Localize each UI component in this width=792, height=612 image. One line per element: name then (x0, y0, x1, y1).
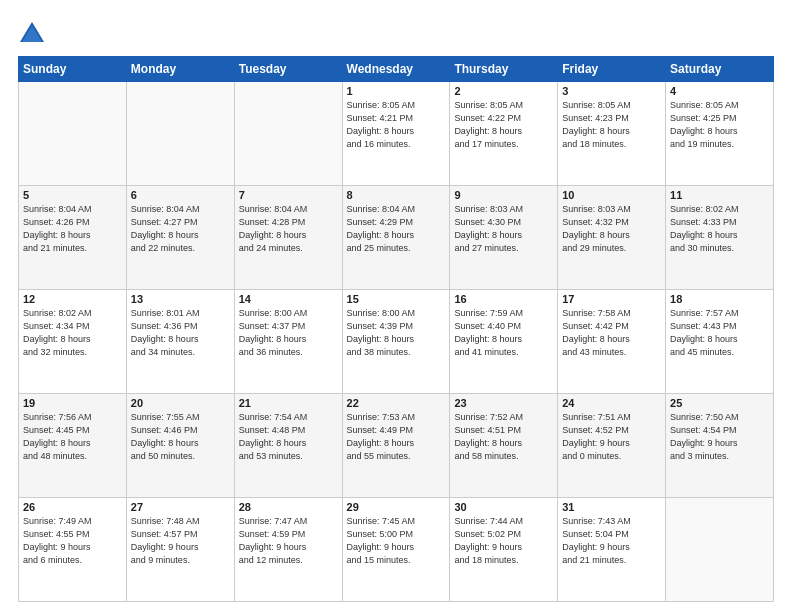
day-info: Sunrise: 8:02 AM Sunset: 4:33 PM Dayligh… (670, 203, 769, 255)
day-number: 10 (562, 189, 661, 201)
day-number: 4 (670, 85, 769, 97)
day-info: Sunrise: 7:58 AM Sunset: 4:42 PM Dayligh… (562, 307, 661, 359)
day-number: 12 (23, 293, 122, 305)
calendar-cell: 3Sunrise: 8:05 AM Sunset: 4:23 PM Daylig… (558, 82, 666, 186)
day-number: 2 (454, 85, 553, 97)
calendar-cell: 24Sunrise: 7:51 AM Sunset: 4:52 PM Dayli… (558, 394, 666, 498)
day-number: 24 (562, 397, 661, 409)
calendar-cell: 7Sunrise: 8:04 AM Sunset: 4:28 PM Daylig… (234, 186, 342, 290)
day-of-week-header: Sunday (19, 57, 127, 82)
day-number: 21 (239, 397, 338, 409)
day-of-week-header: Monday (126, 57, 234, 82)
day-info: Sunrise: 7:48 AM Sunset: 4:57 PM Dayligh… (131, 515, 230, 567)
calendar-cell: 28Sunrise: 7:47 AM Sunset: 4:59 PM Dayli… (234, 498, 342, 602)
calendar-cell: 23Sunrise: 7:52 AM Sunset: 4:51 PM Dayli… (450, 394, 558, 498)
day-number: 23 (454, 397, 553, 409)
day-number: 31 (562, 501, 661, 513)
calendar-cell: 30Sunrise: 7:44 AM Sunset: 5:02 PM Dayli… (450, 498, 558, 602)
day-info: Sunrise: 7:59 AM Sunset: 4:40 PM Dayligh… (454, 307, 553, 359)
calendar-cell: 18Sunrise: 7:57 AM Sunset: 4:43 PM Dayli… (666, 290, 774, 394)
day-number: 6 (131, 189, 230, 201)
day-number: 9 (454, 189, 553, 201)
day-info: Sunrise: 7:43 AM Sunset: 5:04 PM Dayligh… (562, 515, 661, 567)
day-info: Sunrise: 7:45 AM Sunset: 5:00 PM Dayligh… (347, 515, 446, 567)
day-number: 27 (131, 501, 230, 513)
calendar-week-row: 12Sunrise: 8:02 AM Sunset: 4:34 PM Dayli… (19, 290, 774, 394)
calendar-cell: 20Sunrise: 7:55 AM Sunset: 4:46 PM Dayli… (126, 394, 234, 498)
calendar-cell: 11Sunrise: 8:02 AM Sunset: 4:33 PM Dayli… (666, 186, 774, 290)
calendar-cell: 10Sunrise: 8:03 AM Sunset: 4:32 PM Dayli… (558, 186, 666, 290)
day-of-week-header: Wednesday (342, 57, 450, 82)
calendar-cell: 14Sunrise: 8:00 AM Sunset: 4:37 PM Dayli… (234, 290, 342, 394)
day-number: 7 (239, 189, 338, 201)
day-number: 20 (131, 397, 230, 409)
calendar-cell: 31Sunrise: 7:43 AM Sunset: 5:04 PM Dayli… (558, 498, 666, 602)
calendar-cell: 1Sunrise: 8:05 AM Sunset: 4:21 PM Daylig… (342, 82, 450, 186)
day-number: 3 (562, 85, 661, 97)
calendar-cell: 27Sunrise: 7:48 AM Sunset: 4:57 PM Dayli… (126, 498, 234, 602)
day-number: 13 (131, 293, 230, 305)
day-info: Sunrise: 8:04 AM Sunset: 4:26 PM Dayligh… (23, 203, 122, 255)
day-number: 26 (23, 501, 122, 513)
day-info: Sunrise: 7:47 AM Sunset: 4:59 PM Dayligh… (239, 515, 338, 567)
day-number: 14 (239, 293, 338, 305)
calendar-cell: 17Sunrise: 7:58 AM Sunset: 4:42 PM Dayli… (558, 290, 666, 394)
calendar-cell: 21Sunrise: 7:54 AM Sunset: 4:48 PM Dayli… (234, 394, 342, 498)
day-number: 29 (347, 501, 446, 513)
calendar-cell (234, 82, 342, 186)
calendar-table: SundayMondayTuesdayWednesdayThursdayFrid… (18, 56, 774, 602)
calendar-cell (19, 82, 127, 186)
calendar-cell: 25Sunrise: 7:50 AM Sunset: 4:54 PM Dayli… (666, 394, 774, 498)
day-number: 8 (347, 189, 446, 201)
day-info: Sunrise: 8:05 AM Sunset: 4:22 PM Dayligh… (454, 99, 553, 151)
day-info: Sunrise: 8:02 AM Sunset: 4:34 PM Dayligh… (23, 307, 122, 359)
day-number: 19 (23, 397, 122, 409)
day-of-week-header: Friday (558, 57, 666, 82)
calendar-cell: 15Sunrise: 8:00 AM Sunset: 4:39 PM Dayli… (342, 290, 450, 394)
day-number: 5 (23, 189, 122, 201)
day-info: Sunrise: 8:03 AM Sunset: 4:30 PM Dayligh… (454, 203, 553, 255)
day-number: 11 (670, 189, 769, 201)
calendar-cell (126, 82, 234, 186)
logo (18, 18, 50, 46)
calendar-cell: 26Sunrise: 7:49 AM Sunset: 4:55 PM Dayli… (19, 498, 127, 602)
calendar-cell: 29Sunrise: 7:45 AM Sunset: 5:00 PM Dayli… (342, 498, 450, 602)
day-info: Sunrise: 8:04 AM Sunset: 4:28 PM Dayligh… (239, 203, 338, 255)
day-number: 30 (454, 501, 553, 513)
day-info: Sunrise: 7:51 AM Sunset: 4:52 PM Dayligh… (562, 411, 661, 463)
day-info: Sunrise: 8:05 AM Sunset: 4:25 PM Dayligh… (670, 99, 769, 151)
calendar-cell: 2Sunrise: 8:05 AM Sunset: 4:22 PM Daylig… (450, 82, 558, 186)
day-number: 28 (239, 501, 338, 513)
day-info: Sunrise: 8:00 AM Sunset: 4:37 PM Dayligh… (239, 307, 338, 359)
day-number: 16 (454, 293, 553, 305)
day-info: Sunrise: 8:04 AM Sunset: 4:27 PM Dayligh… (131, 203, 230, 255)
day-info: Sunrise: 8:00 AM Sunset: 4:39 PM Dayligh… (347, 307, 446, 359)
day-info: Sunrise: 8:05 AM Sunset: 4:23 PM Dayligh… (562, 99, 661, 151)
calendar-cell: 5Sunrise: 8:04 AM Sunset: 4:26 PM Daylig… (19, 186, 127, 290)
calendar-cell: 9Sunrise: 8:03 AM Sunset: 4:30 PM Daylig… (450, 186, 558, 290)
calendar-week-row: 1Sunrise: 8:05 AM Sunset: 4:21 PM Daylig… (19, 82, 774, 186)
day-info: Sunrise: 8:01 AM Sunset: 4:36 PM Dayligh… (131, 307, 230, 359)
calendar-cell: 12Sunrise: 8:02 AM Sunset: 4:34 PM Dayli… (19, 290, 127, 394)
day-info: Sunrise: 7:52 AM Sunset: 4:51 PM Dayligh… (454, 411, 553, 463)
day-of-week-header: Thursday (450, 57, 558, 82)
day-number: 22 (347, 397, 446, 409)
calendar-cell: 4Sunrise: 8:05 AM Sunset: 4:25 PM Daylig… (666, 82, 774, 186)
day-number: 1 (347, 85, 446, 97)
day-info: Sunrise: 8:04 AM Sunset: 4:29 PM Dayligh… (347, 203, 446, 255)
day-info: Sunrise: 7:49 AM Sunset: 4:55 PM Dayligh… (23, 515, 122, 567)
day-info: Sunrise: 7:55 AM Sunset: 4:46 PM Dayligh… (131, 411, 230, 463)
day-number: 18 (670, 293, 769, 305)
day-info: Sunrise: 8:05 AM Sunset: 4:21 PM Dayligh… (347, 99, 446, 151)
calendar-cell: 13Sunrise: 8:01 AM Sunset: 4:36 PM Dayli… (126, 290, 234, 394)
day-number: 15 (347, 293, 446, 305)
calendar-cell: 16Sunrise: 7:59 AM Sunset: 4:40 PM Dayli… (450, 290, 558, 394)
day-info: Sunrise: 8:03 AM Sunset: 4:32 PM Dayligh… (562, 203, 661, 255)
calendar-cell (666, 498, 774, 602)
calendar-cell: 6Sunrise: 8:04 AM Sunset: 4:27 PM Daylig… (126, 186, 234, 290)
calendar-cell: 22Sunrise: 7:53 AM Sunset: 4:49 PM Dayli… (342, 394, 450, 498)
calendar-cell: 8Sunrise: 8:04 AM Sunset: 4:29 PM Daylig… (342, 186, 450, 290)
day-info: Sunrise: 7:50 AM Sunset: 4:54 PM Dayligh… (670, 411, 769, 463)
calendar-header-row: SundayMondayTuesdayWednesdayThursdayFrid… (19, 57, 774, 82)
calendar-week-row: 5Sunrise: 8:04 AM Sunset: 4:26 PM Daylig… (19, 186, 774, 290)
